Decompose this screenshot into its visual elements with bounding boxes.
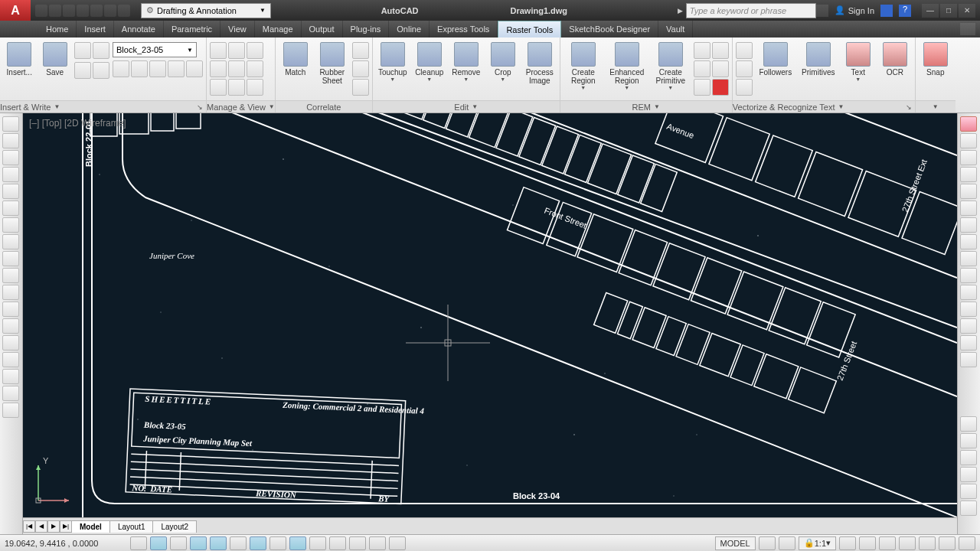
save-button[interactable]: Save xyxy=(39,39,72,77)
move-icon[interactable] xyxy=(960,201,977,216)
qat-saveas-icon[interactable] xyxy=(77,5,89,17)
play-icon[interactable]: ▶ xyxy=(678,7,686,15)
match-button[interactable]: Match xyxy=(279,39,312,77)
mv-3[interactable] xyxy=(247,42,263,59)
nav-5-icon[interactable] xyxy=(960,484,977,499)
extend-icon[interactable] xyxy=(960,285,977,300)
erase-icon[interactable] xyxy=(960,116,977,132)
tab-parametric[interactable]: Parametric xyxy=(164,21,220,37)
status-r1[interactable] xyxy=(759,536,776,550)
corr-1[interactable] xyxy=(352,42,369,59)
followers-button[interactable]: Followers xyxy=(756,39,795,77)
rem-2[interactable] xyxy=(712,42,729,59)
otrack-icon[interactable] xyxy=(250,536,266,550)
drawing-canvas[interactable]: [–] [Top] [2D Wireframe] xyxy=(23,113,957,517)
mv-2[interactable] xyxy=(228,42,245,59)
insert-button[interactable]: Insert... xyxy=(3,39,36,77)
sign-in-button[interactable]: 👤 Sign In xyxy=(835,5,874,15)
rotate-icon[interactable] xyxy=(960,217,977,233)
iw-btn-1[interactable] xyxy=(74,42,91,59)
rem-5[interactable] xyxy=(694,79,710,96)
polar-icon[interactable] xyxy=(190,536,207,550)
tool-a-icon[interactable] xyxy=(2,403,19,418)
workspace-dropdown[interactable]: ⚙ Drafting & Annotation ▼ xyxy=(141,3,271,18)
qat-save-icon[interactable] xyxy=(63,5,75,17)
join-icon[interactable] xyxy=(960,318,977,334)
minimize-button[interactable]: — xyxy=(922,4,939,18)
rectangle-icon[interactable] xyxy=(2,167,19,182)
tab-express[interactable]: Express Tools xyxy=(430,21,498,37)
enhanced-region-button[interactable]: Enhanced Region▼ xyxy=(606,39,648,90)
break-icon[interactable] xyxy=(960,302,977,317)
tab-plugins[interactable]: Plug-ins xyxy=(343,21,390,37)
rem-1[interactable] xyxy=(694,42,710,59)
layout-last-icon[interactable]: ▶| xyxy=(60,520,72,533)
status-r8[interactable] xyxy=(939,536,956,550)
rem-4[interactable] xyxy=(712,60,729,77)
osnap-icon[interactable] xyxy=(210,536,227,550)
iw-row-1[interactable] xyxy=(113,60,129,77)
status-r7[interactable] xyxy=(919,536,936,550)
qat-redo-icon[interactable] xyxy=(118,5,130,17)
hatch-icon[interactable] xyxy=(2,318,19,334)
corr-3[interactable] xyxy=(352,79,369,96)
sc-icon[interactable] xyxy=(369,536,386,550)
qat-open-icon[interactable] xyxy=(49,5,61,17)
iw-btn-4[interactable] xyxy=(93,62,109,79)
iw-btn-3[interactable] xyxy=(74,62,91,79)
block-icon[interactable] xyxy=(2,285,19,300)
create-region-button[interactable]: Create Region▼ xyxy=(564,39,603,90)
rubber-sheet-button[interactable]: Rubber Sheet xyxy=(315,39,349,85)
fillet-icon[interactable] xyxy=(960,352,977,367)
layout-prev-icon[interactable]: ◀ xyxy=(35,520,47,533)
nav-2-icon[interactable] xyxy=(960,433,977,448)
ellipse-icon[interactable] xyxy=(2,251,19,266)
chamfer-icon[interactable] xyxy=(960,335,977,350)
tab-manage[interactable]: Manage xyxy=(255,21,302,37)
scale-icon[interactable] xyxy=(960,234,977,249)
grid-icon[interactable] xyxy=(150,536,167,550)
table-icon[interactable] xyxy=(2,369,19,384)
polygon-icon[interactable] xyxy=(2,150,19,165)
vec-3[interactable] xyxy=(736,79,753,96)
status-r2[interactable] xyxy=(779,536,795,550)
iw-row-5[interactable] xyxy=(186,60,203,77)
tab-vault[interactable]: Vault xyxy=(658,21,693,37)
layout-next-icon[interactable]: ▶ xyxy=(47,520,60,533)
circle-icon[interactable] xyxy=(2,201,19,216)
vec-1[interactable] xyxy=(736,42,753,59)
tab-online[interactable]: Online xyxy=(389,21,430,37)
gradient-icon[interactable] xyxy=(2,335,19,350)
tab-home[interactable]: Home xyxy=(38,21,77,37)
iw-row-2[interactable] xyxy=(131,60,148,77)
tab-view[interactable]: View xyxy=(220,21,255,37)
nav-1-icon[interactable] xyxy=(960,416,977,432)
snapmode-icon[interactable] xyxy=(130,536,147,550)
spline-icon[interactable] xyxy=(2,234,19,249)
array-icon[interactable] xyxy=(960,184,977,199)
qat-print-icon[interactable] xyxy=(90,5,103,17)
corr-2[interactable] xyxy=(352,60,369,77)
lwt-icon[interactable] xyxy=(309,536,326,550)
layout-tab-model[interactable]: Model xyxy=(71,520,110,533)
status-r3[interactable] xyxy=(839,536,856,550)
primitives-button[interactable]: Primitives xyxy=(799,39,838,77)
rem-3[interactable] xyxy=(694,60,710,77)
coordinates[interactable]: 19.0642, 9.4416 , 0.0000 xyxy=(5,539,127,548)
touchup-button[interactable]: Touchup▼ xyxy=(376,39,410,82)
status-r4[interactable] xyxy=(859,536,876,550)
infocenter-search[interactable]: Type a keyword or phrase xyxy=(686,3,816,18)
tab-annotate[interactable]: Annotate xyxy=(114,21,164,37)
anno-scale[interactable]: 🔒 1:1 ▾ xyxy=(799,536,836,550)
layout-tab-layout1[interactable]: Layout1 xyxy=(109,520,154,533)
layout-first-icon[interactable]: |◀ xyxy=(23,520,35,533)
revcloud-icon[interactable] xyxy=(2,217,19,233)
mv-1[interactable] xyxy=(210,42,227,59)
3dosnap-icon[interactable] xyxy=(230,536,247,550)
iw-btn-2[interactable] xyxy=(93,42,109,59)
mv-9[interactable] xyxy=(247,79,263,96)
maximize-button[interactable]: □ xyxy=(940,4,957,18)
cleanup-button[interactable]: Cleanup▼ xyxy=(413,39,446,82)
copy-icon[interactable] xyxy=(960,133,977,148)
mv-4[interactable] xyxy=(210,60,227,77)
